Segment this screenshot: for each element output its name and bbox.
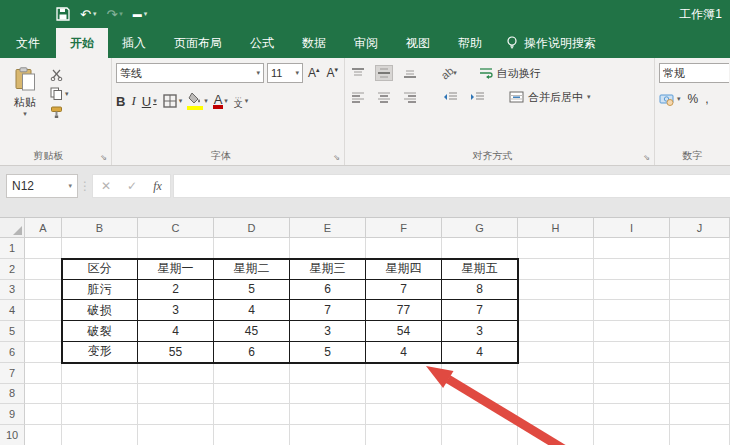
cell-D2[interactable]: 星期二 xyxy=(214,259,290,280)
cell-D10[interactable] xyxy=(214,425,290,445)
cell-I10[interactable] xyxy=(594,425,670,445)
cell-H1[interactable] xyxy=(518,238,594,259)
cell-H3[interactable] xyxy=(518,280,594,301)
cell-I9[interactable] xyxy=(594,404,670,425)
cell-J1[interactable] xyxy=(670,238,730,259)
cell-F4[interactable]: 77 xyxy=(366,300,442,321)
font-size-combo[interactable]: 11▾ xyxy=(267,63,303,83)
cell-G7[interactable] xyxy=(442,363,518,384)
grow-font-button[interactable]: A▴ xyxy=(306,66,322,80)
cell-E4[interactable]: 7 xyxy=(290,300,366,321)
cell-F1[interactable] xyxy=(366,238,442,259)
cell-D7[interactable] xyxy=(214,363,290,384)
bold-button[interactable]: B xyxy=(116,94,125,109)
cell-H8[interactable] xyxy=(518,384,594,405)
cancel-icon[interactable]: ✕ xyxy=(101,179,111,193)
row-header-10[interactable]: 10 xyxy=(0,425,25,445)
cell-F3[interactable]: 7 xyxy=(366,280,442,301)
cell-I5[interactable] xyxy=(594,321,670,342)
save-icon[interactable] xyxy=(56,7,70,21)
cell-A2[interactable] xyxy=(25,259,62,280)
customize-qat-button[interactable]: ▬▾ xyxy=(133,9,148,19)
cell-A3[interactable] xyxy=(25,280,62,301)
cell-B3[interactable]: 脏污 xyxy=(62,280,138,301)
cell-E1[interactable] xyxy=(290,238,366,259)
accounting-format-button[interactable]: ▾ xyxy=(659,93,681,106)
increase-indent-button[interactable] xyxy=(468,89,487,105)
merge-center-button[interactable]: 合并后居中 ▾ xyxy=(509,90,591,105)
tab-data[interactable]: 数据 xyxy=(288,28,340,58)
cell-D1[interactable] xyxy=(214,238,290,259)
cell-H5[interactable] xyxy=(518,321,594,342)
cell-D3[interactable]: 5 xyxy=(214,280,290,301)
cell-J9[interactable] xyxy=(670,404,730,425)
align-left-button[interactable] xyxy=(349,89,367,105)
cell-C6[interactable]: 55 xyxy=(138,342,214,363)
cell-B2[interactable]: 区分 xyxy=(62,259,138,280)
cut-button[interactable] xyxy=(50,69,69,81)
borders-button[interactable]: ▾ xyxy=(163,94,183,108)
cell-F6[interactable]: 4 xyxy=(366,342,442,363)
cell-H4[interactable] xyxy=(518,300,594,321)
cell-J2[interactable] xyxy=(670,259,730,280)
percent-style-button[interactable]: % xyxy=(688,92,699,106)
orientation-button[interactable]: ab▾ xyxy=(441,67,457,79)
align-center-button[interactable] xyxy=(375,89,393,105)
cell-F9[interactable] xyxy=(366,404,442,425)
cell-I7[interactable] xyxy=(594,363,670,384)
align-top-button[interactable] xyxy=(349,65,367,81)
cell-G4[interactable]: 7 xyxy=(442,300,518,321)
cell-J5[interactable] xyxy=(670,321,730,342)
cell-G9[interactable] xyxy=(442,404,518,425)
redo-button[interactable]: ↷▾ xyxy=(106,7,122,22)
cell-F10[interactable] xyxy=(366,425,442,445)
cell-C8[interactable] xyxy=(138,384,214,405)
cell-C4[interactable]: 3 xyxy=(138,300,214,321)
clipboard-dialog-launcher[interactable]: ⇘ xyxy=(100,153,107,162)
cell-I3[interactable] xyxy=(594,280,670,301)
cell-G5[interactable]: 3 xyxy=(442,321,518,342)
name-box[interactable]: N12▾ xyxy=(6,174,78,198)
format-painter-button[interactable] xyxy=(50,106,69,119)
cell-H9[interactable] xyxy=(518,404,594,425)
cell-C9[interactable] xyxy=(138,404,214,425)
font-color-button[interactable]: A ▾ xyxy=(214,94,228,109)
column-header-G[interactable]: G xyxy=(442,218,518,238)
cell-G8[interactable] xyxy=(442,384,518,405)
row-header-7[interactable]: 7 xyxy=(0,363,25,384)
cell-C2[interactable]: 星期一 xyxy=(138,259,214,280)
column-header-C[interactable]: C xyxy=(138,218,214,238)
cell-I4[interactable] xyxy=(594,300,670,321)
cell-D4[interactable]: 4 xyxy=(214,300,290,321)
cell-G2[interactable]: 星期五 xyxy=(442,259,518,280)
row-header-3[interactable]: 3 xyxy=(0,280,25,301)
column-header-H[interactable]: H xyxy=(518,218,594,238)
number-format-combo[interactable]: 常规 xyxy=(659,63,729,83)
cell-A5[interactable] xyxy=(25,321,62,342)
paste-button[interactable]: 粘贴 ▾ xyxy=(4,63,46,149)
insert-function-icon[interactable]: fx xyxy=(153,179,162,194)
cell-G6[interactable]: 4 xyxy=(442,342,518,363)
cell-B5[interactable]: 破裂 xyxy=(62,321,138,342)
column-header-F[interactable]: F xyxy=(366,218,442,238)
cell-C7[interactable] xyxy=(138,363,214,384)
cell-J4[interactable] xyxy=(670,300,730,321)
cell-E8[interactable] xyxy=(290,384,366,405)
cell-A8[interactable] xyxy=(25,384,62,405)
row-header-9[interactable]: 9 xyxy=(0,404,25,425)
cell-B7[interactable] xyxy=(62,363,138,384)
align-right-button[interactable] xyxy=(401,89,419,105)
tab-help[interactable]: 帮助 xyxy=(444,28,496,58)
cell-J6[interactable] xyxy=(670,342,730,363)
cell-F2[interactable]: 星期四 xyxy=(366,259,442,280)
tab-home[interactable]: 开始 xyxy=(56,28,108,58)
cell-B8[interactable] xyxy=(62,384,138,405)
undo-button[interactable]: ↶▾ xyxy=(80,7,96,22)
cell-I1[interactable] xyxy=(594,238,670,259)
cell-E5[interactable]: 3 xyxy=(290,321,366,342)
row-header-1[interactable]: 1 xyxy=(0,238,25,259)
cell-J8[interactable] xyxy=(670,384,730,405)
tab-insert[interactable]: 插入 xyxy=(108,28,160,58)
cell-E6[interactable]: 5 xyxy=(290,342,366,363)
cell-E10[interactable] xyxy=(290,425,366,445)
